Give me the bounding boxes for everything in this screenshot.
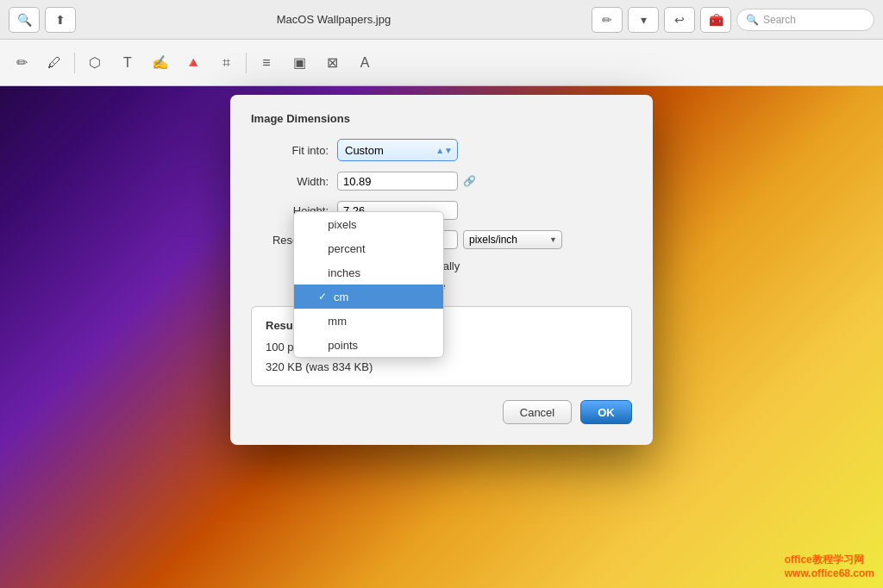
result-size: 320 KB (was 834 KB) (266, 360, 617, 373)
search-box[interactable]: 🔍 Search (736, 9, 874, 31)
pen-tool-button[interactable]: ✏ (592, 7, 623, 33)
inches-checkmark (318, 266, 321, 278)
cm-checkmark: ✓ (318, 291, 327, 303)
dropdown-label-percent: percent (328, 242, 365, 255)
fit-into-select[interactable]: Custom (337, 139, 458, 161)
pen-icon: ✏ (602, 13, 612, 27)
dropdown-label-mm: mm (328, 315, 347, 328)
dropdown-label-points: points (328, 339, 358, 352)
align-tool[interactable]: ≡ (254, 50, 279, 76)
window-title: MacOS Wallpapers.jpg (81, 13, 586, 26)
divider-2 (246, 53, 247, 73)
dropdown-item-points[interactable]: points (294, 333, 443, 357)
share-icon: ⬆ (55, 13, 66, 27)
back-button[interactable]: ↩ (664, 7, 695, 33)
fit-select-wrapper: Custom ▲▼ (337, 139, 458, 161)
unit-dropdown-menu: pixels percent inches ✓ cm mm points (293, 211, 444, 358)
chevron-down-icon: ▾ (641, 13, 647, 27)
dialog-buttons: Cancel OK (251, 400, 632, 424)
text-tool[interactable]: T (115, 50, 141, 76)
mm-checkmark (318, 315, 321, 327)
border-tool[interactable]: ▣ (286, 50, 312, 76)
zoom-out-icon: 🔍 (17, 13, 32, 27)
search-placeholder: Search (763, 14, 796, 26)
pixels-checkmark (318, 218, 321, 230)
dropdown-item-inches[interactable]: inches (294, 260, 443, 285)
toolbar-top: 🔍 ⬆ MacOS Wallpapers.jpg ✏ ▾ ↩ 🧰 🔍 Searc… (0, 0, 883, 40)
dropdown-item-pixels[interactable]: pixels (294, 212, 443, 236)
font-tool[interactable]: A (352, 50, 378, 76)
toolbar: 🔍 ⬆ MacOS Wallpapers.jpg ✏ ▾ ↩ 🧰 🔍 Searc… (0, 0, 883, 86)
width-row: Width: 🔗 (251, 172, 632, 191)
dropdown-label-inches: inches (328, 266, 360, 279)
fit-into-row: Fit into: Custom ▲▼ (251, 139, 632, 161)
actions-button[interactable]: ▾ (628, 7, 659, 33)
zoom-out-button[interactable]: 🔍 (9, 7, 40, 33)
dropdown-item-mm[interactable]: mm (294, 309, 443, 333)
resolution-unit-select[interactable]: pixels/inch (463, 230, 562, 249)
dropdown-item-cm[interactable]: ✓ cm (294, 285, 443, 309)
toolbox-button[interactable]: 🧰 (700, 7, 731, 33)
chain-icon: 🔗 (463, 175, 476, 187)
stamp-tool[interactable]: 🔺 (180, 50, 206, 76)
pencil-tool[interactable]: ✏ (9, 50, 34, 76)
width-input[interactable] (337, 172, 458, 191)
search-icon: 🔍 (746, 14, 759, 26)
fill-tool[interactable]: ⊠ (319, 50, 345, 76)
share-button[interactable]: ⬆ (45, 7, 76, 33)
dialog-overlay: Image Dimensions Fit into: Custom ▲▼ Wid… (0, 86, 883, 588)
ok-button[interactable]: OK (580, 400, 632, 424)
divider-1 (74, 53, 75, 73)
fit-into-label: Fit into: (251, 144, 337, 157)
signature-tool[interactable]: ✍ (147, 50, 173, 76)
undo-icon: ↩ (674, 13, 685, 27)
toolbox-icon: 🧰 (709, 13, 723, 27)
toolbar-bottom: ✏ 🖊 ⬡ T ✍ 🔺 ⌗ ≡ ▣ ⊠ A (0, 40, 883, 86)
toolbar-right-buttons: ✏ ▾ ↩ 🧰 (592, 7, 731, 33)
dropdown-label-pixels: pixels (328, 218, 356, 231)
points-checkmark (318, 339, 321, 351)
crop-tool[interactable]: ⌗ (213, 50, 239, 76)
width-label: Width: (251, 175, 337, 188)
shape-tool[interactable]: ⬡ (82, 50, 108, 76)
dropdown-item-percent[interactable]: percent (294, 236, 443, 260)
percent-checkmark (318, 242, 321, 254)
dropdown-label-cm: cm (334, 291, 348, 303)
cancel-button[interactable]: Cancel (503, 400, 572, 424)
pen-tool[interactable]: 🖊 (41, 50, 67, 76)
dialog-title: Image Dimensions (251, 112, 632, 125)
resolution-unit-wrapper: pixels/inch ▼ (458, 230, 562, 249)
